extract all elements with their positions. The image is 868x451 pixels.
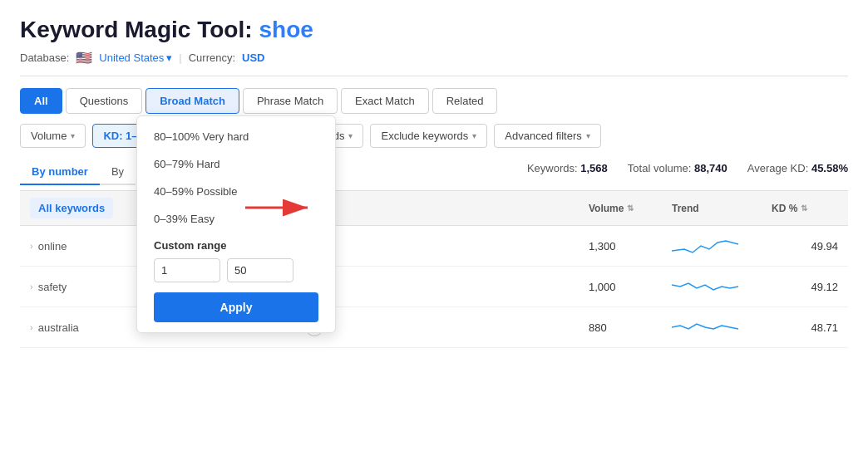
kd-option-hard[interactable]: 60–79% Hard [137, 150, 335, 178]
currency-value: USD [242, 51, 264, 64]
title-keyword: shoe [259, 17, 313, 43]
currency-label: Currency: [189, 51, 235, 64]
header-divider [20, 76, 848, 76]
filter-row: Volume ▾ KD: 1–50% ✕ CPC ▾ Include keywo… [20, 124, 848, 148]
tabs-row: All Questions Broad Match Phrase Match E… [20, 88, 848, 114]
include-chevron-icon: ▾ [348, 131, 353, 140]
avg-kd-value: 45.58% [811, 162, 848, 174]
volume-chevron-icon: ▾ [71, 131, 75, 140]
title-static: Keyword Magic Tool: [20, 17, 253, 43]
trend-tango [672, 275, 772, 298]
row-chevron-icon: › [30, 322, 33, 332]
volume-filter-label: Volume [31, 130, 67, 142]
volume-browns: 880 [589, 321, 672, 334]
sub-tabs: By number By [20, 159, 136, 185]
volume-sort-icon: ⇅ [627, 203, 634, 213]
row-chevron-icon: › [30, 241, 33, 251]
meta-row: Database: 🇺🇸 United States ▾ | Currency:… [20, 50, 848, 66]
apply-button[interactable]: Apply [154, 292, 318, 322]
group-name-safety: safety [38, 281, 67, 293]
db-value-link[interactable]: United States ▾ [99, 51, 172, 64]
flag-icon: 🇺🇸 [76, 50, 92, 66]
advanced-chevron-icon: ▾ [586, 131, 590, 140]
row-chevron-icon: › [30, 282, 33, 292]
kd-browns: 48.71 [772, 321, 838, 334]
tab-questions[interactable]: Questions [66, 88, 143, 114]
custom-range-inputs [137, 255, 335, 289]
tab-exact-match[interactable]: Exact Match [341, 88, 429, 114]
range-min-input[interactable] [154, 258, 220, 282]
group-name-online: online [38, 240, 67, 252]
total-volume-value: 88,740 [694, 162, 727, 174]
exclude-keywords-label: Exclude keywords [381, 130, 468, 142]
advanced-filters-label: Advanced filters [505, 130, 582, 142]
db-label: Database: [20, 51, 69, 64]
col-volume: Volume ⇅ [589, 203, 672, 214]
exclude-chevron-icon: ▾ [472, 131, 476, 140]
volume-rizada: 1,300 [589, 240, 672, 252]
col-trend: Trend [672, 203, 772, 214]
total-volume-label: Total volume: 88,740 [628, 162, 727, 174]
all-keywords-label: All keywords [30, 198, 113, 218]
keywords-label: Keywords: 1,568 [527, 162, 608, 174]
trend-browns [672, 316, 772, 339]
kd-option-possible[interactable]: 40–59% Possible [137, 178, 335, 205]
exclude-keywords-filter[interactable]: Exclude keywords ▾ [370, 124, 487, 148]
trend-rizada [672, 234, 772, 257]
stats-row: Keywords: 1,568 Total volume: 88,740 Ave… [525, 162, 848, 174]
keywords-value: 1,568 [580, 162, 608, 174]
volume-tango: 1,000 [589, 281, 672, 293]
tab-related[interactable]: Related [432, 88, 498, 114]
avg-kd-label: Average KD: 45.58% [747, 162, 848, 174]
chevron-down-icon: ▾ [166, 51, 172, 64]
range-max-input[interactable] [227, 258, 293, 282]
separator: | [179, 51, 181, 64]
sub-tab-by[interactable]: By [100, 159, 136, 185]
kd-option-very-hard[interactable]: 80–100% Very hard [137, 123, 335, 150]
tab-phrase-match[interactable]: Phrase Match [243, 88, 338, 114]
kd-tango: 49.12 [772, 281, 838, 293]
kd-dropdown: 80–100% Very hard 60–79% Hard 40–59% Pos… [136, 115, 336, 333]
volume-filter[interactable]: Volume ▾ [20, 124, 86, 148]
kd-sort-icon: ⇅ [801, 203, 807, 213]
tab-all[interactable]: All [20, 88, 62, 114]
advanced-filters[interactable]: Advanced filters ▾ [494, 124, 601, 148]
tab-broad-match[interactable]: Broad Match [145, 88, 239, 114]
kd-rizada: 49.94 [772, 240, 838, 252]
col-kd: KD % ⇅ [772, 203, 838, 214]
sub-tab-by-number[interactable]: By number [20, 159, 100, 185]
page-header: Keyword Magic Tool: shoe [20, 17, 848, 43]
group-name-australia: australia [38, 321, 79, 334]
kd-option-easy[interactable]: 0–39% Easy [137, 205, 335, 233]
custom-range-label: Custom range [137, 233, 335, 255]
